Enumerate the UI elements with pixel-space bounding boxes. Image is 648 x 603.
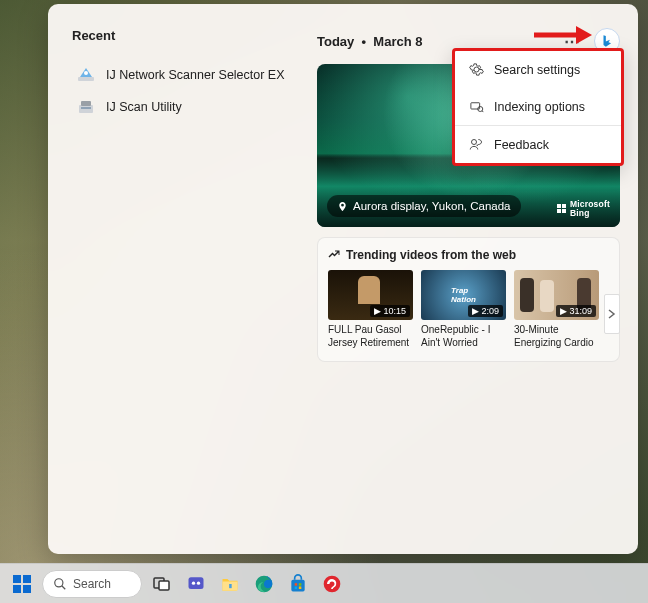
play-icon: ▶: [374, 306, 381, 316]
scanner-selector-icon: [76, 65, 96, 85]
trending-video-item[interactable]: TrapNation ▶2:09 OneRepublic - I Ain't W…: [421, 270, 506, 349]
menu-item-indexing-options[interactable]: Indexing options: [455, 88, 621, 125]
svg-point-20: [192, 581, 195, 584]
today-column: Today • March 8 ⋯ Aurora display, Yukon,…: [313, 4, 638, 554]
svg-point-15: [55, 578, 63, 586]
recent-column: Recent IJ Network Scanner Selector EX IJ…: [48, 4, 313, 554]
videos-next-button[interactable]: [604, 294, 620, 334]
svg-rect-14: [23, 585, 31, 593]
menu-item-label: Indexing options: [494, 100, 585, 114]
microsoft-bing-logo: MicrosoftBing: [557, 200, 610, 217]
more-options-menu: Search settings Indexing options Feedbac…: [452, 48, 624, 166]
svg-rect-0: [78, 77, 94, 81]
menu-item-label: Search settings: [494, 63, 580, 77]
svg-point-21: [197, 581, 200, 584]
trending-video-item[interactable]: ▶31:09 30-Minute Energizing Cardio Worko…: [514, 270, 599, 349]
svg-rect-27: [299, 583, 302, 586]
chevron-right-icon: [608, 309, 616, 319]
play-icon: ▶: [472, 306, 479, 316]
svg-point-1: [84, 71, 88, 75]
annotation-arrow: [532, 24, 592, 46]
svg-rect-19: [189, 577, 204, 589]
search-home-panel: Recent IJ Network Scanner Selector EX IJ…: [48, 4, 638, 554]
recent-item-label: IJ Scan Utility: [106, 100, 182, 114]
start-button[interactable]: [8, 570, 36, 598]
recent-item[interactable]: IJ Scan Utility: [72, 91, 303, 123]
video-title: FULL Pau Gasol Jersey Retirement Ceremon…: [328, 324, 413, 349]
trending-videos-card: Trending videos from the web ▶10:15 FULL…: [317, 237, 620, 362]
video-title: 30-Minute Energizing Cardio Workout Wit.…: [514, 324, 599, 349]
recent-item[interactable]: IJ Network Scanner Selector EX: [72, 59, 303, 91]
svg-rect-3: [81, 101, 91, 106]
svg-rect-18: [159, 581, 169, 590]
svg-point-10: [472, 140, 477, 145]
indexing-icon: [469, 99, 484, 114]
gear-icon: [469, 62, 484, 77]
svg-rect-26: [295, 583, 298, 586]
svg-marker-6: [576, 26, 592, 44]
search-icon: [53, 577, 67, 591]
taskbar-store-icon[interactable]: [284, 570, 312, 598]
trending-heading: Trending videos from the web: [328, 248, 609, 262]
svg-rect-4: [81, 107, 91, 109]
svg-point-30: [324, 575, 341, 592]
svg-rect-12: [23, 575, 31, 583]
video-title: OneRepublic - I Ain't Worried (Hardstyle…: [421, 324, 506, 349]
taskbar-search-label: Search: [73, 577, 111, 591]
svg-rect-25: [291, 579, 304, 591]
trending-icon: [328, 249, 340, 261]
menu-item-label: Feedback: [494, 138, 549, 152]
taskbar-edge-icon[interactable]: [250, 570, 278, 598]
feedback-icon: [469, 137, 484, 152]
hero-caption: Aurora display, Yukon, Canada: [327, 195, 521, 217]
svg-rect-11: [13, 575, 21, 583]
task-view-button[interactable]: [148, 570, 176, 598]
svg-line-16: [62, 585, 66, 589]
taskbar-search[interactable]: Search: [42, 570, 142, 598]
svg-rect-28: [295, 586, 298, 589]
svg-rect-29: [299, 586, 302, 589]
menu-item-feedback[interactable]: Feedback: [455, 126, 621, 163]
today-heading: Today • March 8: [317, 34, 423, 49]
taskbar-explorer-icon[interactable]: [216, 570, 244, 598]
svg-rect-23: [229, 584, 232, 588]
recent-heading: Recent: [72, 28, 303, 43]
trending-video-item[interactable]: ▶10:15 FULL Pau Gasol Jersey Retirement …: [328, 270, 413, 349]
menu-item-search-settings[interactable]: Search settings: [455, 51, 621, 88]
svg-rect-13: [13, 585, 21, 593]
recent-item-label: IJ Network Scanner Selector EX: [106, 68, 285, 82]
taskbar-chat-icon[interactable]: [182, 570, 210, 598]
taskbar-app-icon[interactable]: [318, 570, 346, 598]
location-pin-icon: [337, 201, 348, 212]
scan-utility-icon: [76, 97, 96, 117]
svg-line-9: [482, 111, 483, 112]
taskbar: Search: [0, 563, 648, 603]
play-icon: ▶: [560, 306, 567, 316]
